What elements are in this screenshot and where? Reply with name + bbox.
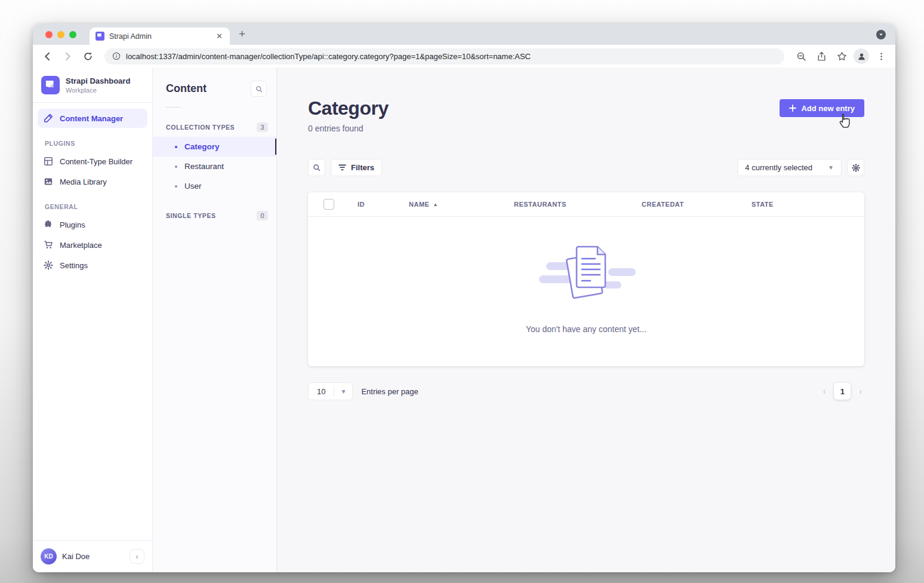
cart-icon xyxy=(44,240,53,250)
url-text: localhost:1337/admin/content-manager/col… xyxy=(126,52,531,61)
add-new-entry-button[interactable]: Add new entry xyxy=(780,99,864,117)
next-page-button[interactable]: › xyxy=(857,386,864,396)
fields-select[interactable]: 4 currently selected ▼ xyxy=(737,159,842,176)
empty-state-message: You don't have any content yet... xyxy=(526,324,646,334)
single-types-count: 0 xyxy=(257,211,268,220)
gear-icon xyxy=(44,260,53,270)
content-subnav: Content COLLECTION TYPES 3 Category Rest… xyxy=(153,67,277,572)
sidebar-item-marketplace[interactable]: Marketplace xyxy=(38,235,147,254)
sidebar-section-general: GENERAL xyxy=(45,203,147,210)
sidebar-item-label: Plugins xyxy=(60,220,85,229)
bullet-icon xyxy=(175,165,177,168)
column-header-state[interactable]: STATE xyxy=(751,201,864,208)
subnav-item-category[interactable]: Category xyxy=(153,137,276,157)
url-bar[interactable]: localhost:1337/admin/content-manager/col… xyxy=(104,48,784,65)
filters-button[interactable]: Filters xyxy=(331,159,382,176)
filter-icon xyxy=(338,164,346,171)
current-page-button[interactable]: 1 xyxy=(834,383,851,400)
maximize-window-button[interactable] xyxy=(69,31,76,38)
workspace-subtitle: Workplace xyxy=(66,86,130,94)
subnav-item-label: Category xyxy=(184,142,220,151)
bullet-icon xyxy=(175,185,177,188)
browser-profile-avatar[interactable] xyxy=(854,48,869,64)
collection-types-count: 3 xyxy=(257,122,268,132)
chevron-down-icon xyxy=(879,32,883,37)
share-icon[interactable] xyxy=(813,48,830,65)
workspace-brand[interactable]: Strapi Dashboard Workplace xyxy=(33,67,152,102)
bookmark-star-icon[interactable] xyxy=(833,48,850,65)
minimize-window-button[interactable] xyxy=(57,31,64,38)
sidebar-item-content-manager[interactable]: Content Manager xyxy=(38,109,147,128)
empty-documents-illustration xyxy=(533,240,639,306)
page-title: Category xyxy=(308,97,389,119)
subnav-item-label: Restaurant xyxy=(184,162,224,171)
pagination-row: 10 ▼ Entries per page ‹ 1 › xyxy=(308,382,864,400)
sidebar-item-plugins[interactable]: Plugins xyxy=(38,215,147,234)
column-header-restaurants[interactable]: RESTAURANTS xyxy=(514,201,642,208)
view-settings-button[interactable] xyxy=(847,159,864,176)
zoom-icon[interactable] xyxy=(793,48,809,65)
workspace-title: Strapi Dashboard xyxy=(66,76,130,86)
pen-icon xyxy=(44,113,53,123)
entries-per-page-label: Entries per page xyxy=(361,387,418,396)
collection-types-label: COLLECTION TYPES xyxy=(166,124,235,131)
page-size-value: 10 xyxy=(309,387,334,396)
subnav-divider xyxy=(166,107,180,108)
search-icon xyxy=(313,164,321,171)
sidebar-item-label: Marketplace xyxy=(60,241,102,250)
tab-title: Strapi Admin xyxy=(109,32,210,41)
subnav-item-restaurant[interactable]: Restaurant xyxy=(153,157,276,176)
collapse-sidebar-button[interactable]: ‹ xyxy=(130,549,144,564)
chevron-down-icon: ▼ xyxy=(828,164,834,171)
browser-tab[interactable]: Strapi Admin ✕ xyxy=(90,27,230,45)
filters-label: Filters xyxy=(351,163,374,172)
back-button[interactable] xyxy=(39,48,56,65)
strapi-logo-icon xyxy=(41,76,60,94)
site-info-icon[interactable] xyxy=(112,52,121,60)
browser-menu-icon[interactable] xyxy=(873,48,889,65)
entries-table: ID NAME ▲ RESTAURANTS CREATEDAT STATE xyxy=(308,192,864,366)
single-types-label: SINGLE TYPES xyxy=(166,212,216,219)
user-avatar[interactable]: KD xyxy=(41,548,57,564)
sidebar-item-media-library[interactable]: Media Library xyxy=(38,172,147,191)
search-entries-button[interactable] xyxy=(308,159,325,176)
empty-state: You don't have any content yet... xyxy=(308,217,864,334)
window-controls xyxy=(45,31,76,38)
user-name: Kai Doe xyxy=(62,552,90,561)
select-all-checkbox[interactable] xyxy=(324,199,334,210)
layout-icon xyxy=(44,157,53,166)
bullet-icon xyxy=(175,146,177,148)
chevron-down-icon: ▼ xyxy=(334,388,352,395)
gear-icon xyxy=(852,164,860,172)
sidebar-item-label: Content-Type Builder xyxy=(60,157,133,166)
tab-close-icon[interactable]: ✕ xyxy=(215,32,224,41)
main-content: Category 0 entries found Add new entry F… xyxy=(277,67,895,572)
page-size-select[interactable]: 10 ▼ xyxy=(308,382,353,400)
reload-button[interactable] xyxy=(79,48,96,65)
add-new-entry-label: Add new entry xyxy=(801,104,855,113)
sidebar-nav: Content Manager PLUGINS Content-Type Bui… xyxy=(33,103,152,276)
new-tab-button[interactable]: + xyxy=(239,28,245,40)
sidebar-item-label: Settings xyxy=(60,261,88,270)
close-window-button[interactable] xyxy=(45,31,53,38)
subnav-search-button[interactable] xyxy=(251,81,267,97)
table-header-row: ID NAME ▲ RESTAURANTS CREATEDAT STATE xyxy=(308,192,864,217)
main-sidebar: Strapi Dashboard Workplace Content Manag… xyxy=(33,67,153,572)
column-header-createdat[interactable]: CREATEDAT xyxy=(642,201,751,208)
subnav-item-user[interactable]: User xyxy=(153,176,276,196)
entries-count: 0 entries found xyxy=(308,124,389,133)
tab-search-button[interactable] xyxy=(876,30,886,39)
fields-select-value: 4 currently selected xyxy=(745,163,812,172)
column-header-label: NAME xyxy=(409,201,429,208)
column-header-name[interactable]: NAME ▲ xyxy=(409,201,514,208)
sidebar-user-footer: KD Kai Doe ‹ xyxy=(33,540,152,572)
column-header-id[interactable]: ID xyxy=(358,201,409,208)
forward-button[interactable] xyxy=(59,48,76,65)
previous-page-button[interactable]: ‹ xyxy=(821,386,828,396)
sidebar-item-content-type-builder[interactable]: Content-Type Builder xyxy=(38,152,147,171)
sort-ascending-icon: ▲ xyxy=(433,202,438,207)
sidebar-item-settings[interactable]: Settings xyxy=(38,256,147,275)
browser-window: Strapi Admin ✕ + localhost:1337/admin/co… xyxy=(33,24,895,572)
subnav-item-label: User xyxy=(184,182,202,191)
browser-tabstrip: Strapi Admin ✕ + xyxy=(33,24,895,45)
